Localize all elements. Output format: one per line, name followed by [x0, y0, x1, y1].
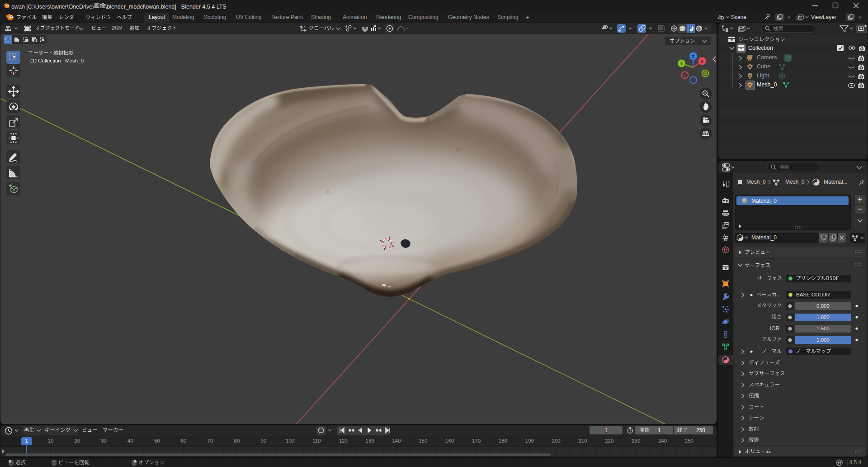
svg-text:Z: Z [692, 54, 695, 59]
svg-text:X: X [701, 59, 704, 64]
svg-text:Y: Y [680, 61, 683, 66]
